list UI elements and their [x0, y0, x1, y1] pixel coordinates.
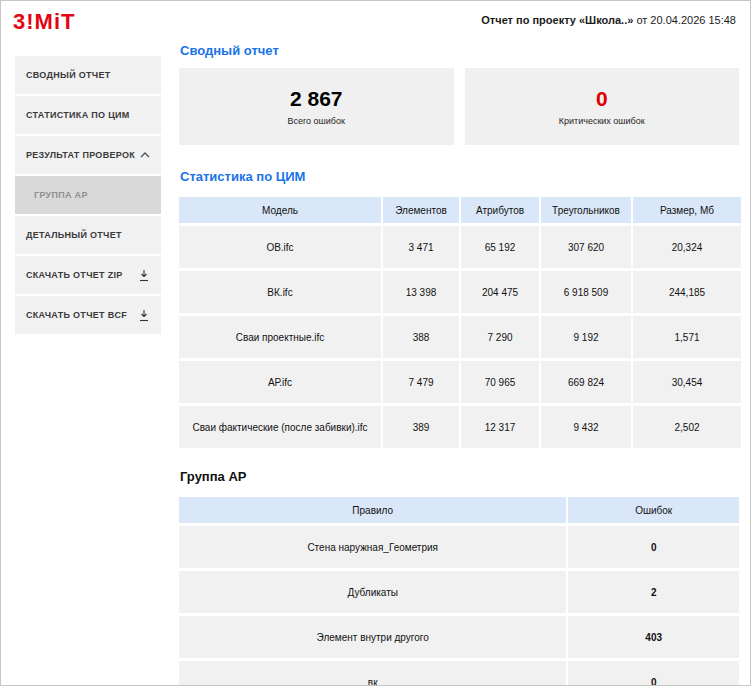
- sidebar-item-download-bcf[interactable]: СКАЧАТЬ ОТЧЕТ BCF: [15, 296, 161, 334]
- column-header: Атрибутов: [461, 197, 539, 223]
- column-header-errors: Ошибок: [568, 497, 739, 523]
- table-row: вк 0: [179, 661, 739, 686]
- table-row: ВК.ifc 13 398 204 475 6 918 509 244,185: [179, 271, 741, 313]
- cell-size: 20,324: [633, 226, 741, 268]
- cell-size: 244,185: [633, 271, 741, 313]
- cell-triangles: 669 824: [541, 361, 631, 403]
- download-icon: [138, 269, 150, 282]
- table-row: Сваи проектные.ifc 388 7 290 9 192 1,571: [179, 316, 741, 358]
- report-info: Отчет по проекту «Школа..» от 20.04.2026…: [481, 14, 736, 26]
- sidebar-item-label: РЕЗУЛЬТАТ ПРОВЕРОК: [26, 150, 135, 160]
- report-date: от 20.04.2026 15:48: [633, 14, 736, 26]
- cell-triangles: 9 432: [541, 406, 631, 448]
- cell-size: 1,571: [633, 316, 741, 358]
- column-header: Модель: [179, 197, 381, 223]
- cell-attributes: 65 192: [461, 226, 539, 268]
- cell-rule: Элемент внутри другого: [179, 616, 566, 658]
- sidebar-item-download-zip[interactable]: СКАЧАТЬ ОТЧЕТ ZIP: [15, 256, 161, 294]
- cell-model: Сваи проектные.ifc: [179, 316, 381, 358]
- cim-table-header-row: Модель Элементов Атрибутов Треугольников…: [179, 197, 741, 223]
- summary-cards: 2 867 Всего ошибок 0 Критических ошибок: [179, 68, 739, 145]
- cell-triangles: 9 192: [541, 316, 631, 358]
- cell-elements: 13 398: [383, 271, 459, 313]
- sidebar-item-label: ДЕТАЛЬНЫЙ ОТЧЕТ: [26, 230, 122, 240]
- total-errors-value: 2 867: [290, 87, 343, 111]
- cell-model: ВК.ifc: [179, 271, 381, 313]
- sidebar-item-cim-stats[interactable]: СТАТИСТИКА ПО ЦИМ: [15, 96, 161, 134]
- table-row: ОВ.ifc 3 471 65 192 307 620 20,324: [179, 226, 741, 268]
- group-ar-title: Группа АР: [180, 469, 739, 484]
- sidebar-item-label: СКАЧАТЬ ОТЧЕТ BCF: [26, 310, 127, 320]
- summary-title: Сводный отчет: [180, 43, 739, 58]
- sidebar-item-summary[interactable]: СВОДНЫЙ ОТЧЕТ: [15, 56, 161, 94]
- table-row: Сваи фактические (после забивки).ifc 389…: [179, 406, 741, 448]
- cell-size: 30,454: [633, 361, 741, 403]
- table-row: АР.ifc 7 479 70 965 669 824 30,454: [179, 361, 741, 403]
- download-icon: [138, 309, 150, 322]
- cell-triangles: 6 918 509: [541, 271, 631, 313]
- critical-errors-value: 0: [596, 87, 608, 111]
- total-errors-label: Всего ошибок: [288, 116, 345, 126]
- table-row: Дубликаты 2: [179, 571, 739, 613]
- report-name: Отчет по проекту «Школа..»: [481, 14, 633, 26]
- cell-attributes: 7 290: [461, 316, 539, 358]
- cell-elements: 389: [383, 406, 459, 448]
- cell-rule: вк: [179, 661, 566, 686]
- column-header: Треугольников: [541, 197, 631, 223]
- cell-attributes: 204 475: [461, 271, 539, 313]
- cell-model: Сваи фактические (после забивки).ifc: [179, 406, 381, 448]
- cell-rule: Стена наружная_Геометрия: [179, 526, 566, 568]
- column-header: Элементов: [383, 197, 459, 223]
- cell-rule: Дубликаты: [179, 571, 566, 613]
- report-page: 3!MiT Отчет по проекту «Школа..» от 20.0…: [0, 0, 751, 686]
- main-content: Сводный отчет 2 867 Всего ошибок 0 Крити…: [179, 43, 739, 686]
- total-errors-card: 2 867 Всего ошибок: [179, 68, 454, 145]
- cell-elements: 3 471: [383, 226, 459, 268]
- cell-attributes: 12 317: [461, 406, 539, 448]
- bimit-logo[interactable]: 3!MiT: [13, 9, 75, 35]
- cell-model: ОВ.ifc: [179, 226, 381, 268]
- sidebar-item-label: СВОДНЫЙ ОТЧЕТ: [26, 70, 111, 80]
- cell-triangles: 307 620: [541, 226, 631, 268]
- sidebar-item-check-results[interactable]: РЕЗУЛЬТАТ ПРОВЕРОК: [15, 136, 161, 174]
- sidebar-item-label: СТАТИСТИКА ПО ЦИМ: [26, 110, 130, 120]
- chevron-up-icon: [140, 152, 150, 158]
- table-row: Стена наружная_Геометрия 0: [179, 526, 739, 568]
- cell-model: АР.ifc: [179, 361, 381, 403]
- cell-elements: 388: [383, 316, 459, 358]
- cell-attributes: 70 965: [461, 361, 539, 403]
- cell-error-count: 2: [568, 571, 739, 613]
- cell-size: 2,502: [633, 406, 741, 448]
- sidebar-item-label: СКАЧАТЬ ОТЧЕТ ZIP: [26, 270, 123, 280]
- sidebar-item-label: ГРУППА АР: [34, 190, 88, 200]
- sidebar-item-group-ar[interactable]: ГРУППА АР: [15, 176, 161, 214]
- group-ar-header-row: Правило Ошибок: [179, 497, 739, 523]
- cim-table: Модель Элементов Атрибутов Треугольников…: [177, 194, 743, 451]
- sidebar: СВОДНЫЙ ОТЧЕТ СТАТИСТИКА ПО ЦИМ РЕЗУЛЬТА…: [15, 56, 161, 336]
- critical-errors-label: Критических ошибок: [559, 116, 645, 126]
- cell-elements: 7 479: [383, 361, 459, 403]
- sidebar-item-detailed[interactable]: ДЕТАЛЬНЫЙ ОТЧЕТ: [15, 216, 161, 254]
- table-row: Элемент внутри другого 403: [179, 616, 739, 658]
- group-ar-table: Правило Ошибок Стена наружная_Геометрия …: [177, 494, 741, 686]
- cim-title: Статистика по ЦИМ: [180, 169, 739, 184]
- cell-error-count: 0: [568, 526, 739, 568]
- critical-errors-card: 0 Критических ошибок: [465, 68, 740, 145]
- column-header: Правило: [179, 497, 566, 523]
- column-header: Размер, Мб: [633, 197, 741, 223]
- cell-error-count: 0: [568, 661, 739, 686]
- cell-error-count: 403: [568, 616, 739, 658]
